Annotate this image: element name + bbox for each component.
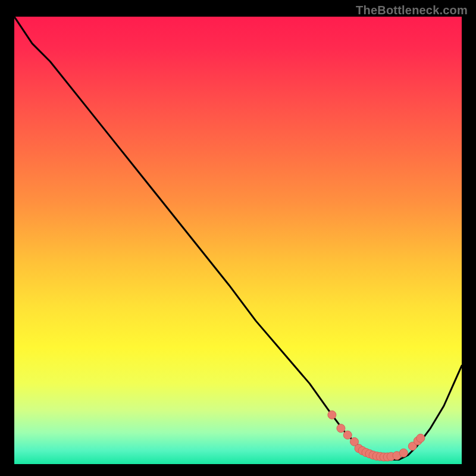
marker-dot <box>399 449 408 457</box>
marker-dot <box>343 431 352 439</box>
marker-dot <box>337 424 345 433</box>
plot-area <box>14 17 462 464</box>
attribution-text: TheBottleneck.com <box>356 4 468 17</box>
marker-dot <box>416 434 425 442</box>
marker-dot <box>328 411 336 419</box>
chart-svg <box>14 17 462 464</box>
chart-stage: TheBottleneck.com <box>0 0 476 476</box>
bottleneck-curve <box>14 17 462 459</box>
